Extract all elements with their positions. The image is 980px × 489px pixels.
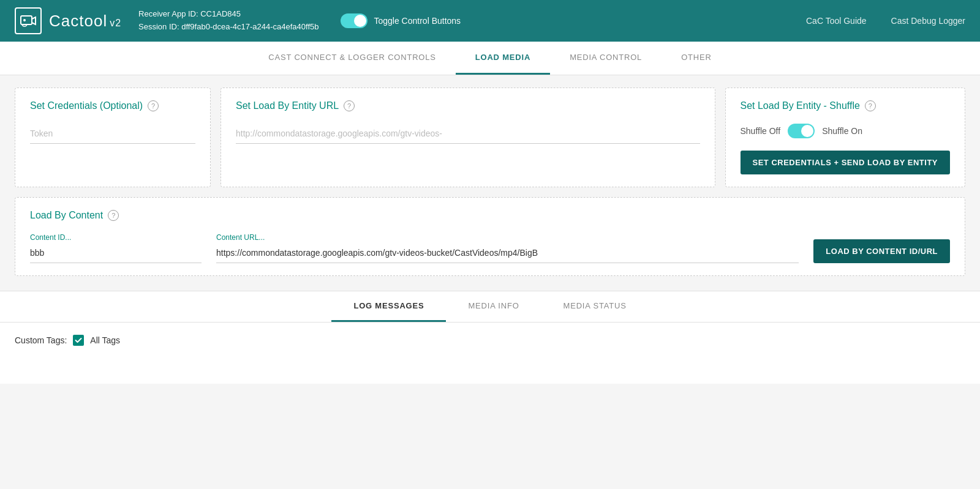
tab-media-status[interactable]: MEDIA STATUS — [541, 291, 649, 322]
content-url-input[interactable] — [216, 243, 799, 263]
bottom-content-area: Custom Tags: All Tags — [0, 323, 980, 384]
session-id: Session ID: dff9fab0-dcea-4c17-a244-ca4e… — [138, 21, 318, 34]
credentials-card: Set Credentials (Optional) ? — [15, 88, 211, 187]
credentials-help-icon[interactable]: ? — [148, 100, 159, 111]
control-toggle[interactable] — [341, 13, 368, 28]
entity-shuffle-card-title: Set Load By Entity - Shuffle ? — [741, 100, 951, 111]
tab-load-media[interactable]: LOAD MEDIA — [456, 42, 550, 75]
content-id-input[interactable] — [30, 243, 202, 263]
load-by-content-help-icon[interactable]: ? — [108, 210, 119, 221]
shuffle-toggle[interactable] — [788, 124, 815, 138]
token-input[interactable] — [30, 124, 195, 144]
receiver-id: Receiver App ID: CC1AD845 — [138, 8, 318, 21]
toggle-section: Toggle Control Buttons — [341, 13, 461, 28]
content-id-group: Content ID... — [30, 233, 202, 263]
load-by-content-card: Load By Content ? Content ID... Content … — [15, 197, 965, 276]
entity-shuffle-card: Set Load By Entity - Shuffle ? Shuffle O… — [725, 88, 966, 187]
content-id-label: Content ID... — [30, 233, 202, 242]
bottom-tab-bar: LOG MESSAGES MEDIA INFO MEDIA STATUS — [0, 291, 980, 323]
logo-text: Cactoolv2 — [49, 12, 121, 31]
entity-url-input[interactable] — [236, 124, 700, 144]
cast-debug-logger-link[interactable]: Cast Debug Logger — [891, 16, 965, 26]
entity-url-card-title: Set Load By Entity URL ? — [236, 100, 700, 111]
tab-media-info[interactable]: MEDIA INFO — [446, 291, 541, 322]
top-cards-row: Set Credentials (Optional) ? Set Load By… — [15, 88, 965, 187]
shuffle-on-label: Shuffle On — [822, 126, 862, 136]
svg-point-1 — [23, 19, 26, 21]
entity-url-help-icon[interactable]: ? — [344, 100, 355, 111]
load-by-content-title: Load By Content ? — [30, 210, 950, 221]
logo-icon — [15, 7, 42, 34]
cac-tool-guide-link[interactable]: CaC Tool Guide — [806, 16, 867, 26]
custom-tags-label: Custom Tags: — [15, 335, 67, 345]
content-url-group: Content URL... — [216, 233, 799, 263]
content-url-label: Content URL... — [216, 233, 799, 242]
entity-shuffle-help-icon[interactable]: ? — [865, 100, 876, 111]
tab-cast-connect[interactable]: CAST CONNECT & LOGGER CONTROLS — [249, 42, 455, 75]
tab-log-messages[interactable]: LOG MESSAGES — [331, 291, 446, 322]
app-header: Cactoolv2 Receiver App ID: CC1AD845 Sess… — [0, 0, 980, 42]
svg-rect-0 — [21, 16, 32, 24]
entity-url-card: Set Load By Entity URL ? — [221, 88, 715, 187]
custom-tags-row: Custom Tags: All Tags — [15, 335, 965, 346]
bottom-section: LOG MESSAGES MEDIA INFO MEDIA STATUS Cus… — [0, 291, 980, 384]
logo: Cactoolv2 — [15, 7, 121, 34]
tab-media-control[interactable]: MEDIA CONTROL — [550, 42, 662, 75]
credentials-card-title: Set Credentials (Optional) ? — [30, 100, 195, 111]
tab-other[interactable]: OTHER — [662, 42, 731, 75]
all-tags-checkbox[interactable] — [73, 335, 84, 346]
shuffle-row: Shuffle Off Shuffle On — [741, 124, 951, 138]
main-content: Set Credentials (Optional) ? Set Load By… — [0, 75, 980, 288]
load-by-content-button[interactable]: LOAD BY CONTENT ID/URL — [813, 239, 950, 263]
all-tags-label: All Tags — [90, 335, 120, 345]
main-tab-bar: CAST CONNECT & LOGGER CONTROLS LOAD MEDI… — [0, 42, 980, 75]
header-nav: CaC Tool Guide Cast Debug Logger — [806, 16, 965, 26]
load-content-row: Content ID... Content URL... LOAD BY CON… — [30, 233, 950, 263]
session-info: Receiver App ID: CC1AD845 Session ID: df… — [138, 8, 318, 34]
set-credentials-send-button[interactable]: SET CREDENTIALS + SEND LOAD BY ENTITY — [741, 151, 951, 174]
toggle-label: Toggle Control Buttons — [374, 16, 461, 26]
shuffle-off-label: Shuffle Off — [741, 126, 781, 136]
